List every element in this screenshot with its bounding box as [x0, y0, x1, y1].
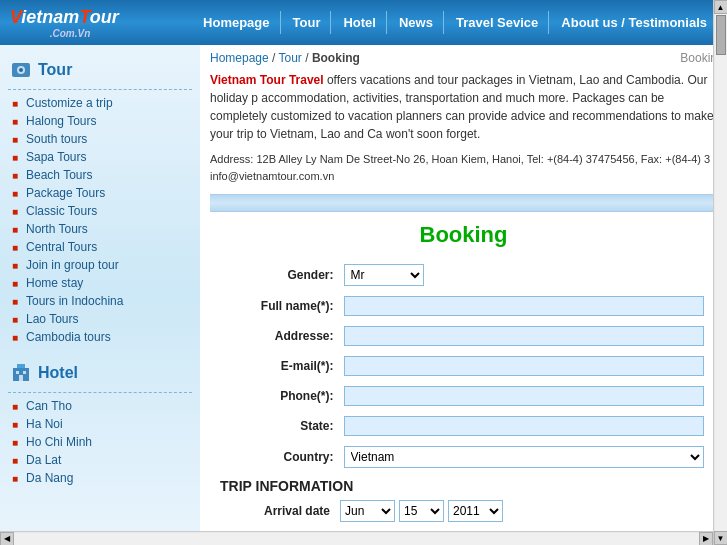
brand-name: Vietnam Tour Travel: [210, 73, 324, 87]
phone-label: Phone(*):: [224, 389, 344, 403]
sidebar-item-homestay[interactable]: ■Home stay: [0, 274, 200, 292]
scroll-left-arrow[interactable]: ◀: [0, 532, 14, 539]
tour-icon: [10, 59, 32, 81]
sidebar-hotel-header: Hotel: [0, 356, 200, 390]
sidebar-tour-header: Tour: [0, 53, 200, 87]
sidebar-item-package[interactable]: ■Package Tours: [0, 184, 200, 202]
wave-separator: [210, 194, 717, 212]
address-input[interactable]: [344, 326, 704, 346]
sidebar-item-north[interactable]: ■North Tours: [0, 220, 200, 238]
scroll-down-arrow[interactable]: ▼: [714, 531, 728, 538]
svg-point-2: [19, 68, 23, 72]
nav-homepage[interactable]: Homepage: [193, 11, 280, 34]
booking-form: Gender: Mr Ms Mrs Full name(*): Addresse…: [224, 264, 704, 468]
svg-rect-5: [16, 371, 19, 374]
hotel-divider: [8, 392, 192, 393]
sidebar-hotel-title: Hotel: [38, 364, 78, 382]
scroll-up-arrow[interactable]: ▲: [714, 0, 728, 14]
sidebar-tour-title: Tour: [38, 61, 72, 79]
breadcrumb: Homepage / Tour / Booking: [210, 51, 360, 65]
header: VietnamTour .Com.Vn Homepage Tour Hotel …: [0, 0, 727, 45]
arrival-month-select[interactable]: JanFebMarAprMayJunJulAugSepOctNovDec: [340, 500, 395, 522]
address-line: Address: 12B Alley Ly Nam De Street-No 2…: [210, 151, 717, 184]
content-area: Homepage / Tour / Booking Bookin Vietnam…: [200, 45, 727, 538]
arrival-row: Arrival date JanFebMarAprMayJunJulAugSep…: [210, 500, 717, 522]
state-label: State:: [224, 419, 344, 433]
scroll-thumb[interactable]: [716, 15, 726, 55]
nav-travel-service[interactable]: Travel Sevice: [446, 11, 549, 34]
phone-row: Phone(*):: [224, 386, 704, 406]
breadcrumb-tour[interactable]: Tour: [279, 51, 302, 65]
nav-tour[interactable]: Tour: [283, 11, 332, 34]
breadcrumb-homepage[interactable]: Homepage: [210, 51, 269, 65]
sidebar-item-indochina[interactable]: ■Tours in Indochina: [0, 292, 200, 310]
fullname-label: Full name(*):: [224, 299, 344, 313]
sidebar-item-beach[interactable]: ■Beach Tours: [0, 166, 200, 184]
breadcrumb-bar: Homepage / Tour / Booking Bookin: [210, 51, 717, 65]
svg-rect-4: [17, 364, 25, 369]
address-label: Addresse:: [224, 329, 344, 343]
sidebar-item-hanoi[interactable]: ■Ha Noi: [0, 415, 200, 433]
nav-about-us[interactable]: About us / Testimonials: [551, 11, 717, 34]
state-row: State:: [224, 416, 704, 436]
arrival-label: Arrival date: [220, 504, 340, 518]
sidebar-item-cambodia[interactable]: ■Cambodia tours: [0, 328, 200, 346]
logo: VietnamTour .Com.Vn: [10, 7, 130, 39]
sidebar-item-dalat[interactable]: ■Da Lat: [0, 451, 200, 469]
sidebar-item-group[interactable]: ■Join in group tour: [0, 256, 200, 274]
email-input[interactable]: [344, 356, 704, 376]
sidebar-item-lao[interactable]: ■Lao Tours: [0, 310, 200, 328]
tour-divider: [8, 89, 192, 90]
arrival-day-select[interactable]: 1234567891011121314151617181920: [399, 500, 444, 522]
nav-news[interactable]: News: [389, 11, 444, 34]
sidebar-item-cantho[interactable]: ■Can Tho: [0, 397, 200, 415]
horizontal-scrollbar: ◀ ▶: [0, 531, 713, 538]
country-row: Country: Vietnam USA UK France Japan Aus…: [224, 446, 704, 468]
country-select[interactable]: Vietnam USA UK France Japan Australia: [344, 446, 704, 468]
email-row: E-mail(*):: [224, 356, 704, 376]
sidebar: Tour ■Customize a trip ■Halong Tours ■So…: [0, 45, 200, 538]
main-layout: Tour ■Customize a trip ■Halong Tours ■So…: [0, 45, 727, 538]
sidebar-item-halong[interactable]: ■Halong Tours: [0, 112, 200, 130]
sidebar-item-hcm[interactable]: ■Ho Chi Minh: [0, 433, 200, 451]
booking-top-right: Bookin: [680, 51, 717, 65]
gender-label: Gender:: [224, 268, 344, 282]
logo-sub: .Com.Vn: [10, 28, 130, 39]
gender-select[interactable]: Mr Ms Mrs: [344, 264, 424, 286]
address-row: Addresse:: [224, 326, 704, 346]
sidebar-item-sapa[interactable]: ■Sapa Tours: [0, 148, 200, 166]
vertical-scrollbar: ▲ ▼: [713, 0, 727, 538]
scroll-right-arrow[interactable]: ▶: [699, 532, 713, 539]
sidebar-item-customize[interactable]: ■Customize a trip: [0, 94, 200, 112]
main-nav: Homepage Tour Hotel News Travel Sevice A…: [130, 11, 717, 34]
sidebar-item-central[interactable]: ■Central Tours: [0, 238, 200, 256]
arrival-year-select[interactable]: 2010201120122013: [448, 500, 503, 522]
nav-hotel[interactable]: Hotel: [333, 11, 387, 34]
hscroll-track: [14, 533, 699, 539]
sidebar-item-danang[interactable]: ■Da Nang: [0, 469, 200, 487]
fullname-input[interactable]: [344, 296, 704, 316]
email-label: E-mail(*):: [224, 359, 344, 373]
fullname-row: Full name(*):: [224, 296, 704, 316]
state-input[interactable]: [344, 416, 704, 436]
trip-info-title: TRIP INFORMATION: [210, 478, 717, 494]
svg-rect-7: [19, 375, 23, 381]
intro-text: Vietnam Tour Travel offers vacations and…: [210, 71, 717, 143]
phone-input[interactable]: [344, 386, 704, 406]
svg-rect-6: [23, 371, 26, 374]
gender-row: Gender: Mr Ms Mrs: [224, 264, 704, 286]
sidebar-item-classic[interactable]: ■Classic Tours: [0, 202, 200, 220]
hotel-icon: [10, 362, 32, 384]
sidebar-item-south[interactable]: ■South tours: [0, 130, 200, 148]
scroll-track: [715, 14, 727, 531]
country-label: Country:: [224, 450, 344, 464]
booking-title: Booking: [210, 222, 717, 248]
